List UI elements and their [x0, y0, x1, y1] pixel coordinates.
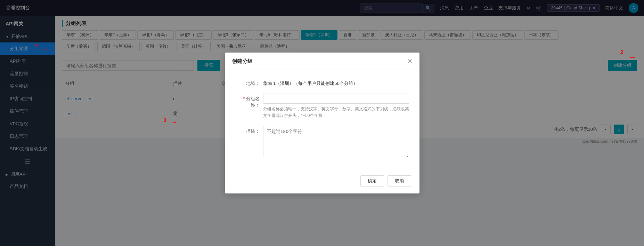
group-desc-textarea[interactable]: [263, 126, 409, 157]
modal-footer: 确定 取消: [225, 171, 419, 193]
group-name-input[interactable]: [263, 94, 409, 104]
modal-body: 地域： 华南 1（深圳）（每个用户只能创建50个分组） 分组名称： 分组名称必须…: [225, 70, 419, 171]
form-row-groupname: 分组名称： 分组名称必须唯一，支持汉字、英文字母、数字、英文格式的下划线，必须以…: [235, 94, 409, 119]
form-label-region: 地域：: [235, 78, 263, 87]
modal-title: 创建分组: [232, 58, 253, 65]
form-groupname-container: 分组名称必须唯一，支持汉字、英文字母、数字、英文格式的下划线，必须以英文字母或汉…: [263, 94, 409, 119]
group-name-hint: 分组名称必须唯一，支持汉字、英文字母、数字、英文格式的下划线，必须以英文字母或汉…: [263, 106, 409, 119]
modal-cancel-button[interactable]: 取消: [388, 175, 411, 187]
modal-confirm-button[interactable]: 确定: [360, 175, 384, 187]
create-group-modal: 创建分组 ✕ 地域： 华南 1（深圳）（每个用户只能创建50个分组） 分组名称：…: [225, 53, 419, 193]
form-label-desc: 描述：: [235, 126, 263, 134]
form-row-region: 地域： 华南 1（深圳）（每个用户只能创建50个分组）: [235, 78, 409, 87]
modal-header: 创建分组 ✕: [225, 53, 419, 70]
modal-close-button[interactable]: ✕: [407, 58, 413, 64]
form-label-groupname: 分组名称：: [235, 94, 263, 108]
modal-overlay: 创建分组 ✕ 地域： 华南 1（深圳）（每个用户只能创建50个分组） 分组名称：…: [0, 0, 644, 246]
form-row-desc: 描述：: [235, 126, 409, 157]
form-value-region: 华南 1（深圳）（每个用户只能创建50个分组）: [263, 78, 409, 87]
